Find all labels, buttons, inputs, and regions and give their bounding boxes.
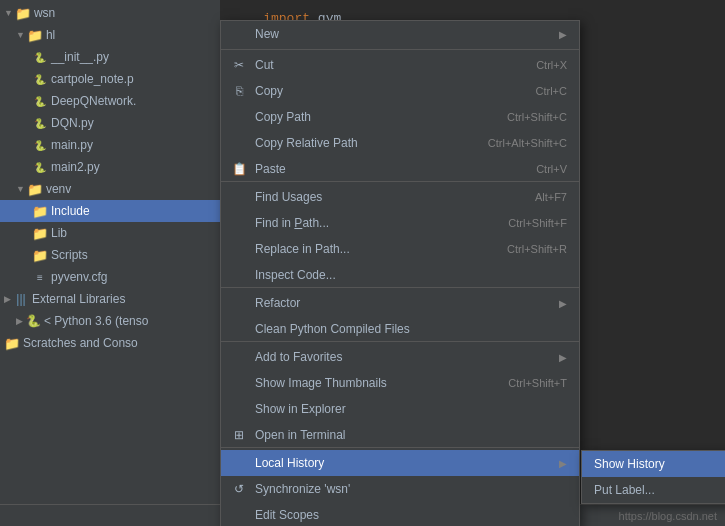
menu-item-local-history[interactable]: Local History ▶ Show History Put Label..… [221,450,579,476]
edit-scopes-icon [229,505,249,525]
menu-item-label: Clean Python Compiled Files [255,322,567,336]
local-history-icon [229,453,249,473]
tree-item-label: venv [46,182,71,196]
libs-icon: ||| [13,291,29,307]
menu-item-edit-scopes[interactable]: Edit Scopes [221,502,579,526]
tree-item-label: DeepQNetwork. [51,94,136,108]
tree-item-scratches[interactable]: 📁 Scratches and Conso [0,332,220,354]
menu-item-copy-relative[interactable]: Copy Relative Path Ctrl+Alt+Shift+C [221,130,579,156]
folder-icon: 📁 [27,181,43,197]
menu-item-synchronize[interactable]: ↺ Synchronize 'wsn' [221,476,579,502]
tree-item-main2[interactable]: 🐍 main2.py [0,156,220,178]
menu-item-shortcut: Ctrl+Shift+T [508,377,567,389]
find-in-path-icon [229,213,249,233]
menu-item-label: Synchronize 'wsn' [255,482,567,496]
menu-item-find-in-path[interactable]: Find in Path... Ctrl+Shift+F [221,210,579,236]
menu-item-replace-in-path[interactable]: Replace in Path... Ctrl+Shift+R [221,236,579,262]
copy-icon: ⎘ [229,81,249,101]
folder-icon: 📁 [32,225,48,241]
py-icon: 🐍 [32,115,48,131]
tree-item-python36[interactable]: ▶ 🐍 < Python 3.6 (tenso [0,310,220,332]
menu-item-label: Edit Scopes [255,508,567,522]
submenu-item-show-history[interactable]: Show History [582,451,725,477]
tree-item-deepq[interactable]: 🐍 DeepQNetwork. [0,90,220,112]
explorer-icon [229,399,249,419]
py-icon: 🐍 [32,71,48,87]
menu-item-add-favorites[interactable]: Add to Favorites ▶ [221,344,579,370]
folder-icon: 📁 [15,5,31,21]
clean-icon [229,319,249,339]
tree-item-label: External Libraries [32,292,125,306]
tree-item-label: DQN.py [51,116,94,130]
menu-item-shortcut: Ctrl+Shift+R [507,243,567,255]
put-label-label: Put Label... [594,483,655,497]
menu-item-show-in-explorer[interactable]: Show in Explorer [221,396,579,422]
tree-item-cartpole[interactable]: 🐍 cartpole_note.p [0,68,220,90]
tree-item-main[interactable]: 🐍 main.py [0,134,220,156]
folder-icon: 📁 [27,27,43,43]
inspect-icon [229,265,249,285]
tree-item-scripts[interactable]: 📁 Scripts [0,244,220,266]
menu-item-label: Open in Terminal [255,428,567,442]
tree-item-label: Scratches and Conso [23,336,138,350]
tree-item-lib[interactable]: 📁 Lib [0,222,220,244]
tree-item-label: Include [51,204,90,218]
status-text: https://blog.csdn.net [619,510,717,522]
menu-item-open-terminal[interactable]: ⊞ Open in Terminal [221,422,579,448]
menu-item-label: Local History [255,456,555,470]
submenu-arrow: ▶ [559,458,567,469]
menu-item-cut[interactable]: ✂ Cut Ctrl+X [221,52,579,78]
tree-item-label: wsn [34,6,55,20]
tree-item-wsn[interactable]: ▼ 📁 wsn [0,2,220,24]
refactor-icon [229,293,249,313]
menu-item-find-usages[interactable]: Find Usages Alt+F7 [221,184,579,210]
terminal-icon: ⊞ [229,425,249,445]
menu-item-clean-compiled[interactable]: Clean Python Compiled Files [221,316,579,342]
cut-icon: ✂ [229,55,249,75]
tree-item-dqn[interactable]: 🐍 DQN.py [0,112,220,134]
menu-item-new[interactable]: New ▶ [221,21,579,47]
tree-item-label: main.py [51,138,93,152]
menu-item-inspect-code[interactable]: Inspect Code... [221,262,579,288]
expand-arrow: ▼ [16,184,25,194]
tree-item-init[interactable]: 🐍 __init__.py [0,46,220,68]
thumbnails-icon [229,373,249,393]
menu-item-shortcut: Ctrl+Shift+F [508,217,567,229]
menu-item-label: Show in Explorer [255,402,567,416]
folder-icon: 📁 [32,247,48,263]
tree-item-venv[interactable]: ▼ 📁 venv [0,178,220,200]
menu-item-label: Cut [255,58,536,72]
menu-item-label: Show Image Thumbnails [255,376,508,390]
menu-item-label: Inspect Code... [255,268,567,282]
show-history-label: Show History [594,457,665,471]
cfg-icon: ≡ [32,269,48,285]
menu-item-shortcut: Ctrl+Shift+C [507,111,567,123]
menu-item-label: Copy Relative Path [255,136,488,150]
local-history-submenu[interactable]: Show History Put Label... [581,450,725,504]
tree-item-include[interactable]: 📁 Include [0,200,220,222]
menu-item-paste[interactable]: 📋 Paste Ctrl+V [221,156,579,182]
tree-item-label: Lib [51,226,67,240]
py-icon: 🐍 [32,93,48,109]
menu-item-label: Copy [255,84,536,98]
menu-item-show-thumbnails[interactable]: Show Image Thumbnails Ctrl+Shift+T [221,370,579,396]
menu-item-refactor[interactable]: Refactor ▶ [221,290,579,316]
expand-arrow: ▶ [16,316,23,326]
file-tree: ▼ 📁 wsn ▼ 📁 hl 🐍 __init__.py 🐍 cartpole_… [0,0,220,526]
menu-item-label: New [255,27,555,41]
menu-item-shortcut: Ctrl+V [536,163,567,175]
submenu-arrow: ▶ [559,29,567,40]
menu-item-copy-path[interactable]: Copy Path Ctrl+Shift+C [221,104,579,130]
menu-item-shortcut: Ctrl+X [536,59,567,71]
menu-item-shortcut: Ctrl+Alt+Shift+C [488,137,567,149]
py-icon: 🐍 [32,159,48,175]
folder-icon: 📁 [4,335,20,351]
submenu-item-put-label[interactable]: Put Label... [582,477,725,503]
py-icon: 🐍 [32,137,48,153]
menu-item-copy[interactable]: ⎘ Copy Ctrl+C [221,78,579,104]
menu-item-label: Add to Favorites [255,350,555,364]
tree-item-pyvenv[interactable]: ≡ pyvenv.cfg [0,266,220,288]
tree-item-hl[interactable]: ▼ 📁 hl [0,24,220,46]
tree-item-ext-libs[interactable]: ▶ ||| External Libraries [0,288,220,310]
context-menu[interactable]: New ▶ ✂ Cut Ctrl+X ⎘ Copy Ctrl+C Copy Pa… [220,20,580,526]
